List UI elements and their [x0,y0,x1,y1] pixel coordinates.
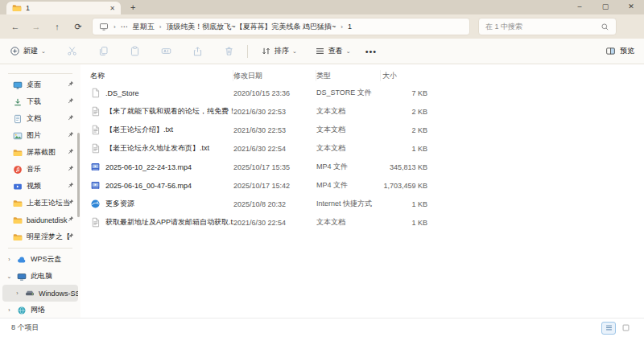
close-button[interactable]: ✕ [618,0,644,14]
new-label: 新建 [23,46,38,56]
sidebar-item[interactable]: ›WPS云盘 [2,251,78,268]
table-row[interactable]: 2025-06-10_22-24-13.mp42025/10/17 15:35M… [80,158,644,176]
chevron-right-icon[interactable]: › [14,290,21,296]
pin-icon [67,216,74,223]
share-button[interactable] [192,46,203,56]
breadcrumb-segment[interactable]: 星期五 [133,22,155,32]
sidebar-scrollbar[interactable] [77,133,80,217]
breadcrumb-overflow[interactable]: ⋯ [121,23,128,31]
pin-icon [67,97,74,105]
main-area: 桌面下载文档图片屏幕截图音乐视频上老王论坛当baidunetdisk明星淫梦之【… [0,64,644,318]
copy-button[interactable] [98,46,109,56]
pin-icon [67,148,74,155]
table-row[interactable]: 更多资源2025/10/8 20:32Internet 快捷方式1 KB [80,195,644,213]
tab-bar: 1 ✕ + –▢✕ [0,0,644,14]
chevron-right-icon[interactable]: › [6,307,13,313]
column-header[interactable]: 大小 [381,70,427,81]
more-options-button[interactable]: ••• [365,47,378,56]
file-type: 文本文档 [316,143,381,154]
desktop-icon [13,80,23,90]
chevron-right-icon[interactable]: › [6,257,13,262]
pin-icon [67,182,74,189]
refresh-button[interactable]: ⟳ [68,22,89,32]
pin-icon [67,131,74,138]
sidebar-item[interactable]: baidunetdisk [2,212,78,228]
sidebar-item[interactable]: 屏幕截图 [2,144,78,161]
sidebar-item[interactable]: 音乐 [2,161,78,178]
forward-button[interactable]: → [26,22,47,31]
delete-button[interactable] [224,46,234,56]
breadcrumb-segment[interactable]: 顶级纯美！彻底放飞~【夏苒苒】完美线条 鸡巴猛插~ [166,22,336,32]
download-icon [13,97,23,107]
chevron-down-icon[interactable]: ⌄ [6,273,13,280]
status-bar: 8 个项目 [0,318,644,337]
search-icon [601,23,609,31]
sidebar-item[interactable]: 桌面 [2,76,78,93]
cut-button[interactable] [67,46,77,56]
sidebar-item[interactable]: ⌄此电脑 [2,268,78,285]
maximize-button[interactable]: ▢ [592,0,618,14]
chevron-right-icon: › [341,23,343,31]
cloud-icon [17,255,27,265]
file-size: 345,813 KB [381,163,427,171]
new-button[interactable]: 新建 ⌄ [10,46,46,56]
sidebar-tree-group: ›WPS云盘⌄此电脑›Windows-SSD›网络 [0,251,80,319]
table-row[interactable]: 获取最新地址及APP请发邮箱自动获取.txt2021/6/30 22:54文本文… [80,213,644,232]
view-button[interactable]: 查看 ⌄ [315,46,351,56]
folder-icon [12,3,22,13]
file-rows: .DS_Store2020/10/15 23:36DS_STORE 文件7 KB… [80,84,644,232]
videos-icon [13,182,23,191]
minimize-button[interactable]: – [567,0,592,14]
file-size: 2 KB [381,108,427,116]
sidebar-item[interactable]: ›网络 [2,302,78,319]
back-button[interactable]: ← [5,22,26,31]
column-header[interactable]: 修改日期 [233,70,316,81]
file-name-cell: 更多资源 [80,199,233,209]
thumbnail-view-toggle[interactable] [618,322,633,335]
tab-close-icon[interactable]: ✕ [109,5,115,12]
command-bar: 新建 ⌄ 排序 ⌄ 查看 ⌄ ••• 预览 [0,39,644,64]
address-bar[interactable]: ›⋯星期五›顶级纯美！彻底放飞~【夏苒苒】完美线条 鸡巴猛插~›1 [92,18,470,35]
table-row[interactable]: .DS_Store2020/10/15 23:36DS_STORE 文件7 KB [80,84,644,102]
preview-button[interactable]: 预览 [605,46,634,56]
new-icon [10,46,20,56]
file-name-cell: 【来了就能下载和观看的论坛，纯免费！】.txt [80,106,233,117]
tab-current-folder[interactable]: 1 ✕ [6,2,121,14]
breadcrumb-segment[interactable]: 1 [348,23,352,31]
sort-button[interactable]: 排序 ⌄ [261,46,297,56]
file-type: Internet 快捷方式 [316,199,381,209]
search-input[interactable]: 在 1 中搜索 [478,18,617,35]
documents-icon [13,114,23,124]
details-view-toggle[interactable] [601,322,616,335]
table-row[interactable]: 【来了就能下载和观看的论坛，纯免费！】.txt2021/6/30 22:53文本… [80,102,644,121]
file-type: DS_STORE 文件 [316,88,381,98]
file-size: 1 KB [381,219,427,227]
new-tab-button[interactable]: + [130,2,135,13]
file-name: 2025-06-16_00-47-56.mp4 [105,182,192,190]
sidebar-item-label: WPS云盘 [31,254,78,265]
text-file-icon [90,143,101,154]
column-header[interactable]: 名称 [80,70,233,81]
file-size: 1 KB [381,145,427,153]
paste-button[interactable] [130,46,140,56]
sidebar-item[interactable]: 下载 [2,93,78,110]
up-button[interactable]: ↑ [47,22,68,31]
text-file-icon [90,106,101,117]
sidebar-item[interactable]: 明星淫梦之【 [2,228,78,245]
sidebar-divider [8,73,72,74]
sidebar-item[interactable]: 视频 [2,178,78,195]
sidebar-item[interactable]: 图片 [2,127,78,144]
file-name-cell: 获取最新地址及APP请发邮箱自动获取.txt [80,217,233,228]
column-header[interactable]: 类型 [316,70,381,81]
rename-button[interactable] [161,46,171,56]
file-name: 【来了就能下载和观看的论坛，纯免费！】.txt [105,106,233,117]
sidebar-item[interactable]: ›Windows-SSD [2,285,78,302]
sidebar-item-label: Windows-SSD [39,290,78,298]
sidebar-item[interactable]: 上老王论坛当 [2,195,78,212]
table-row[interactable]: 2025-06-16_00-47-56.mp42025/10/17 15:42M… [80,176,644,195]
table-row[interactable]: 【老王论坛永久地址发布页】.txt2021/6/30 22:54文本文档1 KB [80,139,644,158]
file-explorer-window: 1 ✕ + –▢✕ ← → ↑ ⟳ ›⋯星期五›顶级纯美！彻底放飞~【夏苒苒】完… [0,0,644,337]
table-row[interactable]: 【老王论坛介绍】.txt2021/6/30 22:53文本文档2 KB [80,121,644,139]
pin-icon [67,232,74,240]
sidebar-item[interactable]: 文档 [2,110,78,127]
